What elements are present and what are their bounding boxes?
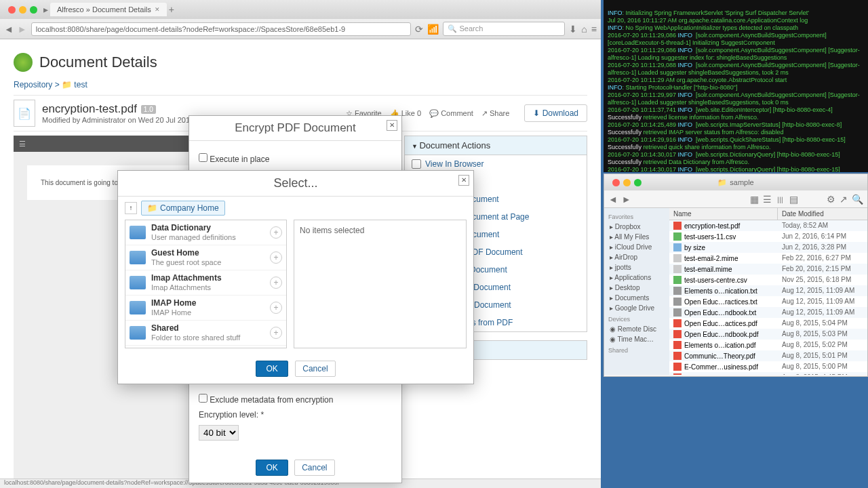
action-icon <box>412 159 421 169</box>
select-cancel-button[interactable]: Cancel <box>295 361 335 377</box>
actions-header[interactable]: Document Actions <box>404 136 587 155</box>
file-row[interactable]: Open Educ…ndbook.txtAug 12, 2015, 11:09 … <box>669 307 867 318</box>
new-tab-icon[interactable]: + <box>169 4 174 15</box>
forward-icon[interactable]: ► <box>18 24 27 35</box>
file-row[interactable]: E-Commer…usiness.pdfAug 8, 2015, 5:00 PM <box>669 361 867 372</box>
folder-row[interactable]: SharedFolder to store shared stuff+ <box>125 321 286 346</box>
folder-icon <box>130 276 146 289</box>
file-icon <box>673 232 682 241</box>
window-controls[interactable] <box>4 6 41 14</box>
file-row[interactable]: Open Educ…ractices.txtAug 12, 2015, 11:0… <box>669 296 867 307</box>
finder-window: 📁 sample ◄ ► ▦ ☰ ⫼ ▤ ⚙ ↗ 🔍 Favorites▸ Dr… <box>604 174 868 377</box>
file-icon <box>673 330 682 338</box>
sidebar-icon[interactable]: ☰ <box>19 140 26 148</box>
file-row[interactable]: test-email.mimeFeb 20, 2016, 2:15 PM <box>669 264 867 274</box>
file-icon <box>673 319 682 327</box>
add-icon[interactable]: + <box>270 226 282 239</box>
folder-icon <box>130 251 146 264</box>
add-icon[interactable]: + <box>270 277 282 289</box>
sidebar-item[interactable]: ▸ All My Files <box>608 232 665 242</box>
col-date[interactable]: Date Modified <box>778 208 867 220</box>
add-icon[interactable]: + <box>270 302 282 314</box>
view-icon-icon[interactable]: ▦ <box>750 194 759 205</box>
page-title: Document Details <box>39 54 157 71</box>
file-row[interactable]: Open Educ…ndbook.pdfAug 8, 2015, 5:03 PM <box>669 329 867 340</box>
folder-row[interactable]: IMAP HomeIMAP Home+ <box>125 296 286 321</box>
finder-back-icon[interactable]: ◄ <box>608 194 618 205</box>
file-row[interactable]: test-users-11.csvJun 2, 2016, 6:14 PM <box>669 231 867 242</box>
home-icon[interactable]: ⌂ <box>581 24 587 35</box>
finder-search-icon[interactable]: 🔍 <box>852 194 863 205</box>
finder-title: 📁 sample <box>717 178 753 187</box>
folder-row[interactable]: Guest HomeThe guest root space+ <box>125 245 286 270</box>
folder-row[interactable]: SitesSite Collaboration Spaces+ <box>125 346 286 348</box>
sidebar-toggle-icon[interactable]: ▸ <box>43 4 48 15</box>
view-list-icon[interactable]: ☰ <box>763 194 772 205</box>
folder-row[interactable]: Data DictionaryUser managed definitions+ <box>125 220 286 245</box>
file-row[interactable]: by sizeJun 2, 2016, 3:28 PM <box>669 242 867 253</box>
reload-icon[interactable]: ⟳ <box>415 24 423 35</box>
document-name: encryption-test.pdf1.0 <box>42 102 225 116</box>
file-row[interactable]: Elements o…nication.txtAug 12, 2015, 11:… <box>669 285 867 296</box>
close-tab-icon[interactable]: ✕ <box>155 6 160 13</box>
search-input[interactable]: 🔍 Search <box>443 22 565 36</box>
document-icon: 📄 <box>14 100 35 127</box>
sidebar-item[interactable]: ▸ Dropbox <box>608 222 665 232</box>
file-row[interactable]: test-email-2.mimeFeb 22, 2016, 6:27 PM <box>669 253 867 264</box>
finder-share-icon[interactable]: ↗ <box>840 194 848 205</box>
file-icon <box>673 265 682 273</box>
file-row[interactable]: encryption-test.pdfToday, 8:52 AM <box>669 220 867 231</box>
browser-tab[interactable]: Alfresco » Document Details✕ <box>50 3 167 16</box>
folder-up-icon[interactable]: ↑ <box>125 202 137 214</box>
level-select[interactable]: 40 bit <box>199 425 239 441</box>
encrypt-cancel-button[interactable]: Cancel <box>294 460 334 476</box>
sidebar-item[interactable]: ▸ Google Drive <box>608 303 665 313</box>
sidebar-item[interactable]: ▸ Applications <box>608 272 665 283</box>
breadcrumb[interactable]: Repository > 📁 test <box>14 80 587 89</box>
close-icon[interactable]: ✕ <box>458 175 469 186</box>
rss-icon[interactable]: 📶 <box>427 24 439 35</box>
sidebar-item[interactable]: ▸ AirDrop <box>608 252 665 262</box>
select-dialog: Select...✕ ↑ 📁 Company Home Data Diction… <box>117 170 474 384</box>
add-icon[interactable]: + <box>270 327 282 339</box>
level-label: Encryption level: * <box>199 410 392 420</box>
encrypt-ok-button[interactable]: OK <box>256 460 288 476</box>
folder-icon <box>130 326 146 340</box>
file-icon <box>673 276 682 284</box>
view-column-icon[interactable]: ⫼ <box>776 194 785 205</box>
execute-checkbox[interactable]: Execute in place <box>199 155 269 164</box>
breadcrumb-root[interactable]: 📁 Company Home <box>141 201 225 216</box>
version-badge: 1.0 <box>141 105 156 114</box>
file-row[interactable]: Elements o…ication.pdfAug 8, 2015, 5:02 … <box>669 340 867 350</box>
url-bar: ◄ ► localhost:8080/share/page/document-d… <box>0 19 601 39</box>
close-icon[interactable]: ✕ <box>387 120 397 131</box>
share-button[interactable]: ↗ Share <box>481 109 509 118</box>
finder-action-icon[interactable]: ⚙ <box>827 194 835 205</box>
select-ok-button[interactable]: OK <box>256 361 288 377</box>
comment-button[interactable]: 💬 Comment <box>429 109 473 118</box>
address-input[interactable]: localhost:8080/share/page/document-detai… <box>31 22 412 36</box>
download-button[interactable]: ⬇ Download <box>524 104 587 122</box>
folder-row[interactable]: Imap AttachmentsImap Attachments+ <box>125 270 286 296</box>
back-icon[interactable]: ◄ <box>4 24 14 35</box>
exclude-checkbox[interactable]: Exclude metadata from encryption <box>199 395 333 405</box>
view-cover-icon[interactable]: ▤ <box>789 194 798 205</box>
sidebar-item[interactable]: ◉ Remote Disc <box>608 324 665 334</box>
folder-icon <box>130 226 146 239</box>
menu-icon[interactable]: ≡ <box>591 24 597 35</box>
add-icon[interactable]: + <box>270 251 282 264</box>
file-row[interactable]: crowdsour…kibooks.pdfAug 8, 2015, 4:45 P… <box>669 372 867 375</box>
file-row[interactable]: Open Educ…actices.pdfAug 8, 2015, 5:04 P… <box>669 318 867 329</box>
download-icon[interactable]: ⬇ <box>569 24 577 35</box>
sidebar-item[interactable]: ▸ Desktop <box>608 283 665 293</box>
sidebar-item[interactable]: ▸ iCloud Drive <box>608 242 665 252</box>
finder-forward-icon[interactable]: ► <box>622 194 631 205</box>
select-title: Select... <box>273 176 317 190</box>
sidebar-item[interactable]: ▸ jpotts <box>608 262 665 272</box>
sidebar-item[interactable]: ◉ Time Mac… <box>608 334 665 344</box>
sidebar-item[interactable]: ▸ Documents <box>608 293 665 303</box>
file-row[interactable]: test-users-centre.csvNov 25, 2015, 6:18 … <box>669 274 867 285</box>
col-name[interactable]: Name <box>669 208 778 220</box>
browser-tab-bar: ▸ Alfresco » Document Details✕ + <box>0 0 601 19</box>
file-row[interactable]: Communic…Theory.pdfAug 8, 2015, 5:01 PM <box>669 350 867 361</box>
